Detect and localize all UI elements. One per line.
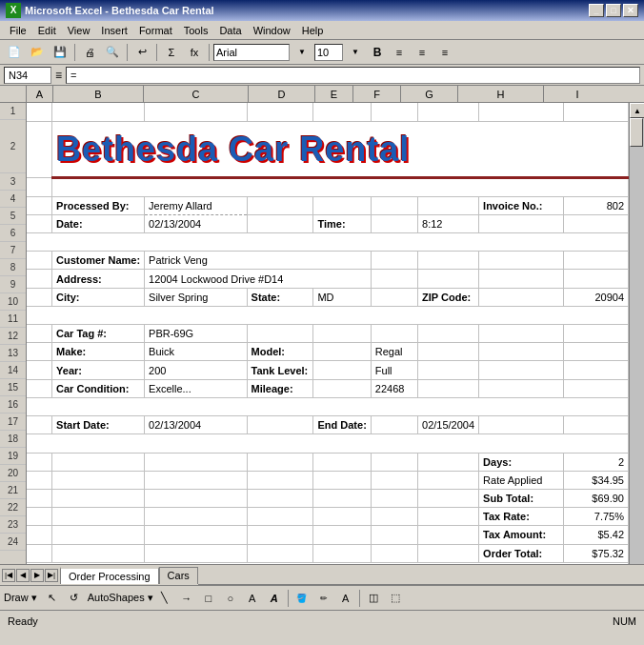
cell-D5[interactable] bbox=[247, 214, 313, 232]
cell-A3[interactable] bbox=[27, 178, 52, 196]
cell-G5-value[interactable]: 8:12 bbox=[418, 214, 479, 232]
cell-C20[interactable] bbox=[145, 489, 247, 507]
fx-button[interactable]: fx bbox=[184, 42, 205, 63]
menu-format[interactable]: Format bbox=[133, 23, 178, 38]
draw-shadow-button[interactable]: ◫ bbox=[363, 588, 384, 609]
cell-D18[interactable] bbox=[247, 453, 313, 471]
cell-F21[interactable] bbox=[371, 508, 417, 526]
cell-H7[interactable] bbox=[479, 252, 564, 270]
cell-F1[interactable] bbox=[371, 103, 417, 121]
draw-line-button[interactable]: ╲ bbox=[154, 588, 175, 609]
cell-C21[interactable] bbox=[145, 508, 247, 526]
cell-D16[interactable] bbox=[247, 416, 313, 434]
draw-3d-button[interactable]: ⬚ bbox=[385, 588, 406, 609]
cell-A14[interactable] bbox=[27, 379, 52, 397]
cell-A18[interactable] bbox=[27, 453, 52, 471]
cell-E18[interactable] bbox=[313, 453, 371, 471]
cell-A5[interactable] bbox=[27, 214, 52, 232]
cell-H21-label[interactable]: Tax Rate: bbox=[479, 508, 564, 526]
align-center-icon[interactable]: ≡ bbox=[412, 42, 433, 63]
col-D[interactable]: D bbox=[249, 86, 315, 102]
formula-input[interactable]: = bbox=[66, 67, 640, 84]
cell-H23-label[interactable]: Order Total: bbox=[479, 544, 564, 562]
cell-H9[interactable] bbox=[479, 288, 564, 306]
cell-B22[interactable] bbox=[52, 526, 145, 544]
cell-F23[interactable] bbox=[371, 544, 417, 562]
cell-A11[interactable] bbox=[27, 325, 52, 343]
cell-H14[interactable] bbox=[479, 379, 564, 397]
col-B[interactable]: B bbox=[53, 86, 144, 102]
cell-G18[interactable] bbox=[418, 453, 479, 471]
cell-I21-value[interactable]: 7.75% bbox=[563, 508, 628, 526]
cell-D19[interactable] bbox=[247, 471, 313, 489]
cell-E5-label[interactable]: Time: bbox=[313, 214, 371, 232]
cell-A16[interactable] bbox=[27, 416, 52, 434]
cell-E20[interactable] bbox=[313, 489, 371, 507]
cell-C19[interactable] bbox=[145, 471, 247, 489]
cell-H22-label[interactable]: Tax Amount: bbox=[479, 526, 564, 544]
bold-button[interactable]: B bbox=[368, 44, 387, 61]
cell-E11[interactable] bbox=[313, 325, 371, 343]
cell-E23[interactable] bbox=[313, 544, 371, 562]
cell-H4-label[interactable]: Invoice No.: bbox=[479, 196, 564, 214]
cell-F18[interactable] bbox=[371, 453, 417, 471]
undo-button[interactable]: ↩ bbox=[131, 42, 152, 63]
cell-B7-label[interactable]: Customer Name: bbox=[52, 252, 145, 270]
menu-insert[interactable]: Insert bbox=[95, 23, 133, 38]
cell-F16[interactable] bbox=[371, 416, 417, 434]
cell-E22[interactable] bbox=[313, 526, 371, 544]
cell-G16-value[interactable]: 02/15/2004 bbox=[418, 416, 479, 434]
cell-G23[interactable] bbox=[418, 544, 479, 562]
menu-window[interactable]: Window bbox=[248, 23, 296, 38]
draw-font-color-button[interactable]: A bbox=[335, 588, 356, 609]
cell-C14-value[interactable]: Excelle... bbox=[145, 379, 247, 397]
cell-C18[interactable] bbox=[145, 453, 247, 471]
cell-H19-label[interactable]: Rate Applied bbox=[479, 471, 564, 489]
cell-I19-value[interactable]: $34.95 bbox=[563, 471, 628, 489]
font-dropdown-icon[interactable]: ▼ bbox=[292, 42, 312, 63]
cell-row15[interactable] bbox=[27, 397, 629, 415]
cell-B19[interactable] bbox=[52, 471, 145, 489]
cell-B13-label[interactable]: Year: bbox=[52, 361, 145, 379]
draw-select-button[interactable]: ↖ bbox=[42, 588, 63, 609]
cell-H13[interactable] bbox=[479, 361, 564, 379]
col-I[interactable]: I bbox=[544, 86, 611, 102]
font-selector[interactable]: Arial bbox=[213, 44, 290, 61]
cell-B9-label[interactable]: City: bbox=[52, 288, 145, 306]
cell-B23[interactable] bbox=[52, 544, 145, 562]
cell-D11[interactable] bbox=[247, 325, 313, 343]
cell-row6[interactable] bbox=[27, 233, 629, 252]
cell-A21[interactable] bbox=[27, 508, 52, 526]
cell-I18-value[interactable]: 2 bbox=[563, 453, 628, 471]
cell-D20[interactable] bbox=[247, 489, 313, 507]
cell-G7[interactable] bbox=[418, 252, 479, 270]
cell-C11-value[interactable]: PBR-69G bbox=[145, 325, 247, 343]
cell-G20[interactable] bbox=[418, 489, 479, 507]
cell-C9-value[interactable]: Silver Spring bbox=[145, 288, 247, 306]
font-size-selector[interactable]: 10 bbox=[314, 44, 343, 61]
col-E[interactable]: E bbox=[315, 86, 353, 102]
cell-H20-label[interactable]: Sub Total: bbox=[479, 489, 564, 507]
cell-A12[interactable] bbox=[27, 343, 52, 361]
cell-I12[interactable] bbox=[563, 343, 628, 361]
sum-button[interactable]: Σ bbox=[161, 42, 182, 63]
scroll-up-button[interactable]: ▲ bbox=[630, 103, 644, 118]
tab-last-button[interactable]: ▶| bbox=[45, 569, 58, 582]
cell-F20[interactable] bbox=[371, 489, 417, 507]
col-G[interactable]: G bbox=[401, 86, 458, 102]
cell-A19[interactable] bbox=[27, 471, 52, 489]
cell-A20[interactable] bbox=[27, 489, 52, 507]
cell-B16-label[interactable]: Start Date: bbox=[52, 416, 145, 434]
cell-H1[interactable] bbox=[479, 103, 564, 121]
cell-I23-value[interactable]: $75.32 bbox=[563, 544, 628, 562]
cell-F5[interactable] bbox=[371, 214, 417, 232]
cell-B5-label[interactable]: Date: bbox=[52, 214, 145, 232]
cell-G11[interactable] bbox=[418, 325, 479, 343]
col-A[interactable]: A bbox=[27, 86, 53, 102]
cell-G4[interactable] bbox=[418, 196, 479, 214]
cell-E13[interactable] bbox=[313, 361, 371, 379]
cell-A22[interactable] bbox=[27, 526, 52, 544]
cell-F8[interactable] bbox=[371, 270, 417, 288]
cell-I4-value[interactable]: 802 bbox=[563, 196, 628, 214]
cell-row17[interactable] bbox=[27, 434, 629, 453]
